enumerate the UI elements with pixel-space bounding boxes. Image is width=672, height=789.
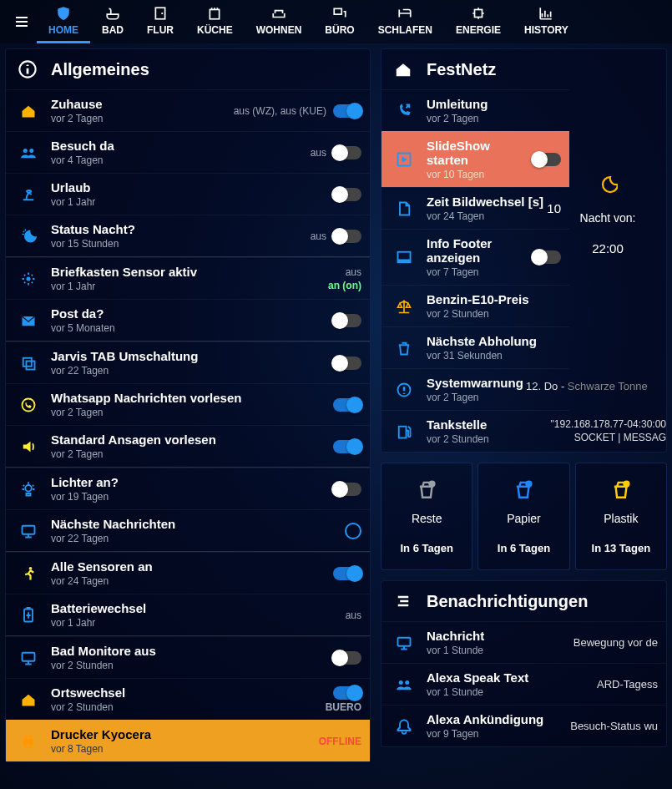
row-right: ARD-Tagess bbox=[597, 678, 658, 690]
row-drucker[interactable]: Drucker Kyocera vor 8 Tagen OFFLINE bbox=[6, 720, 370, 761]
row-ansagen[interactable]: Standard Ansagen vorlesen vor 2 Tagen bbox=[6, 425, 370, 467]
row-timestamp: vor 24 Tagen bbox=[427, 210, 547, 222]
play-icon bbox=[393, 149, 415, 170]
row-title: Nächste Abholung bbox=[427, 334, 561, 348]
row-body: Drucker Kyocera vor 8 Tagen bbox=[51, 727, 319, 755]
row-lichter[interactable]: Lichter an? vor 19 Tagen bbox=[6, 468, 370, 509]
row-timestamp: vor 31 Sekunden bbox=[427, 350, 561, 362]
bin-reste[interactable]: Reste In 6 Tagen bbox=[381, 463, 472, 570]
abholung-text: 12. Do - Schwarze Tonne bbox=[526, 379, 659, 392]
row-ort[interactable]: Ortswechsel vor 2 Stunden BUERO bbox=[6, 678, 370, 720]
run-icon bbox=[18, 563, 39, 584]
bin-name: Papier bbox=[507, 512, 540, 525]
home-icon bbox=[393, 59, 413, 79]
row-body: Briefkasten Sensor aktiv vor 1 Jahr bbox=[51, 265, 328, 292]
bell-icon bbox=[393, 716, 415, 737]
row-alexaspeak[interactable]: Alexa Speak Text vor 1 Stunde ARD-Tagess bbox=[381, 663, 666, 705]
tab-home[interactable]: HOME bbox=[37, 1, 90, 43]
row-right bbox=[333, 188, 361, 201]
row-sensoren[interactable]: Alle Sensoren an vor 24 Tagen bbox=[6, 552, 370, 594]
tab-history[interactable]: HISTORY bbox=[513, 1, 580, 43]
row-body: Benzin-E10-Preis vor 2 Stunden bbox=[427, 292, 561, 320]
list-icon bbox=[393, 591, 413, 611]
row-nacht[interactable]: Status Nacht? vor 15 Stunden aus bbox=[6, 215, 370, 256]
tab-flur[interactable]: FLUR bbox=[135, 1, 185, 43]
row-timestamp: vor 9 Tagen bbox=[427, 728, 570, 740]
row-post[interactable]: Post da? vor 5 Monaten bbox=[6, 299, 370, 341]
moon-icon bbox=[598, 174, 618, 195]
tab-schlafen[interactable]: SCHLAFEN bbox=[366, 1, 444, 43]
row-briefkasten[interactable]: Briefkasten Sensor aktiv vor 1 Jahr ausa… bbox=[6, 257, 370, 299]
bath-icon bbox=[105, 6, 120, 21]
bin-plastik[interactable]: Plastik In 13 Tagen bbox=[575, 463, 667, 570]
row-alexaank[interactable]: Alexa Ankündigung vor 9 Tagen Besuch-Sta… bbox=[381, 705, 666, 746]
row-right bbox=[333, 651, 361, 665]
row-title: Zeit Bildwechsel [s] bbox=[427, 195, 547, 209]
row-benzin[interactable]: Benzin-E10-Preis vor 2 Stunden bbox=[381, 285, 569, 326]
toggle-badmon[interactable] bbox=[333, 651, 361, 665]
toggle-nacht[interactable] bbox=[333, 230, 361, 243]
row-title: Briefkasten Sensor aktiv bbox=[51, 265, 328, 279]
card-allgemeines: Allgemeines Zuhause vor 2 Tagen aus (WZ)… bbox=[5, 48, 371, 762]
row-right bbox=[333, 440, 361, 453]
row-title: Jarvis TAB Umschaltung bbox=[51, 349, 333, 363]
toggle-sensoren[interactable] bbox=[333, 567, 361, 580]
row-timestamp: vor 2 Stunden bbox=[427, 308, 561, 320]
row-abholung[interactable]: Nächste Abholung vor 31 Sekunden bbox=[381, 326, 569, 368]
top-nav: HOME BAD FLUR KÜCHE WOHNEN BÜRO SCHLAFEN… bbox=[0, 0, 672, 43]
scale-icon bbox=[393, 296, 415, 317]
row-title: Urlaub bbox=[51, 180, 333, 195]
door-icon bbox=[153, 6, 168, 21]
row-title: Nächste Nachrichten bbox=[51, 517, 345, 531]
doc-icon bbox=[393, 198, 415, 220]
toggle-besuch[interactable] bbox=[333, 146, 361, 159]
row-jarvis[interactable]: Jarvis TAB Umschaltung vor 22 Tagen bbox=[6, 341, 370, 383]
row-badmon[interactable]: Bad Monitore aus vor 2 Stunden bbox=[6, 636, 370, 678]
toggle-post[interactable] bbox=[333, 314, 361, 327]
row-right: Bewegung vor de bbox=[573, 636, 658, 649]
row-timestamp: vor 22 Tagen bbox=[51, 533, 345, 544]
row-body: Nächste Nachrichten vor 22 Tagen bbox=[51, 517, 345, 544]
tab-büro[interactable]: BÜRO bbox=[313, 1, 366, 43]
syswarn-text: "192.168.178.77-04:30:00 SOCKET | MESSAG bbox=[520, 417, 666, 443]
toggle-lichter[interactable] bbox=[333, 483, 361, 496]
sofa-icon bbox=[271, 6, 286, 21]
row-footer[interactable]: Info Footer anzeigen vor 7 Tagen bbox=[381, 229, 569, 285]
toggle-ansagen[interactable] bbox=[333, 440, 361, 453]
row-bildwechsel[interactable]: Zeit Bildwechsel [s] vor 24 Tagen 10 bbox=[381, 187, 569, 229]
toggle-whatsapp[interactable] bbox=[333, 398, 361, 412]
tab-küche[interactable]: KÜCHE bbox=[185, 1, 245, 43]
row-slideshow[interactable]: SlideShow starten vor 10 Tagen bbox=[381, 131, 569, 187]
row-body: Zuhause vor 2 Tagen bbox=[51, 97, 234, 124]
row-title: Benzin-E10-Preis bbox=[427, 292, 561, 306]
row-right: aus bbox=[311, 230, 361, 243]
tab-bad[interactable]: BAD bbox=[90, 1, 135, 43]
row-body: Standard Ansagen vorlesen vor 2 Tagen bbox=[51, 432, 333, 460]
tab-wohnen[interactable]: WOHNEN bbox=[245, 1, 314, 43]
action-circle-nachrichten[interactable] bbox=[345, 523, 361, 539]
menu-button[interactable] bbox=[7, 15, 37, 28]
row-urlaub[interactable]: Urlaub vor 1 Jahr bbox=[6, 173, 370, 215]
row-zuhause[interactable]: Zuhause vor 2 Tagen aus (WZ), aus (KUE) bbox=[6, 89, 370, 131]
row-batterie[interactable]: Batteriewechsel vor 1 Jahr aus bbox=[6, 594, 370, 635]
desk-icon bbox=[332, 6, 347, 21]
toggle-zuhause[interactable] bbox=[333, 104, 361, 118]
tab-energie[interactable]: ENERGIE bbox=[444, 1, 513, 43]
row-right bbox=[333, 314, 361, 327]
bed-icon bbox=[397, 6, 412, 21]
row-umleitung[interactable]: Umleitung vor 2 Tagen bbox=[381, 89, 569, 131]
toggle-urlaub[interactable] bbox=[333, 188, 361, 201]
row-whatsapp[interactable]: Whatsapp Nachrichten vorlesen vor 2 Tage… bbox=[6, 383, 370, 425]
row-title: Lichter an? bbox=[51, 475, 333, 489]
row-nachrichten[interactable]: Nächste Nachrichten vor 22 Tagen bbox=[6, 509, 370, 551]
row-besuch[interactable]: Besuch da vor 4 Tagen aus bbox=[6, 131, 370, 173]
toggle-jarvis[interactable] bbox=[333, 357, 361, 370]
card-festnetz: FestNetz Umleitung vor 2 Tagen SlideShow… bbox=[381, 48, 667, 453]
toggle-ort[interactable] bbox=[333, 686, 361, 700]
row-nachricht[interactable]: Nachricht vor 1 Stunde Bewegung vor de bbox=[381, 621, 666, 663]
bin-papier[interactable]: Papier In 6 Tagen bbox=[477, 463, 569, 570]
toggle-footer[interactable] bbox=[533, 250, 561, 264]
toggle-slideshow[interactable] bbox=[533, 153, 561, 166]
row-title: Alexa Ankündigung bbox=[427, 712, 570, 726]
fuel-icon bbox=[393, 421, 415, 443]
